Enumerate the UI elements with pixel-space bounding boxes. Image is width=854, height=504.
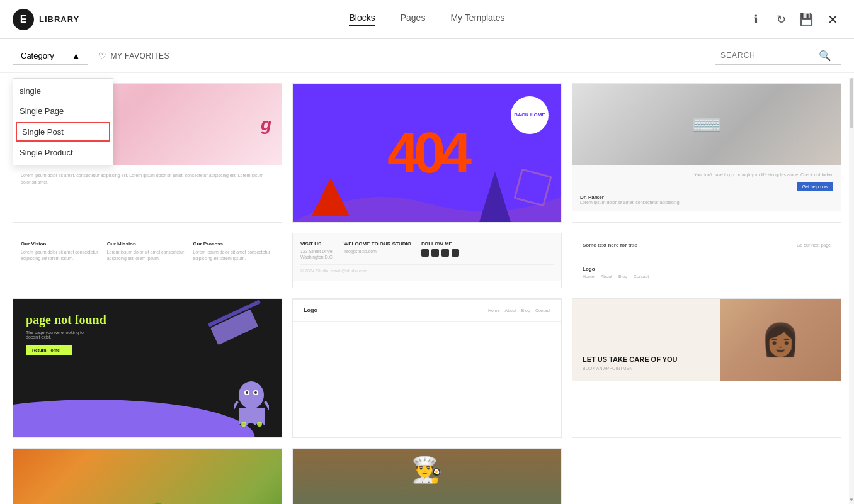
card-404-bg: 404 BACK HOME [293,84,561,222]
template-grid: g Lorem ipsum dolor sit amet, consectetu… [13,83,841,504]
dropdown-item-single-post[interactable]: Single Post [16,122,110,142]
save-icon[interactable]: 💾 [799,12,814,27]
info-icon[interactable]: ℹ [748,12,763,27]
template-card-4[interactable]: Our Vision Lorem ipsum dolor sit amet co… [13,233,282,288]
tab-pages[interactable]: Pages [401,13,426,26]
grid-container: g Lorem ipsum dolor sit amet, consectetu… [0,73,854,504]
template-card-2[interactable]: 404 BACK HOME [292,83,562,223]
toolbar: Category ▲ ♡ MY FAVORITES 🔍 [0,39,854,73]
three-column-layout: Our Vision Lorem ipsum dolor sit amet co… [13,233,282,269]
beauty-subtext: BOOK AN APPOINTMENT [583,366,710,371]
template-card-5[interactable]: VISIT US 123 Street Drive Washington D.C… [292,233,562,288]
dropdown-item-single-product[interactable]: Single Product [13,143,113,162]
search-area[interactable]: 🔍 [715,47,841,65]
nav-links: Home About Blog Contact [488,308,550,313]
svg-point-4 [254,391,257,394]
logo-area: E LIBRARY [13,9,139,30]
header: E LIBRARY Blocks Pages My Templates ℹ ↻ … [0,0,854,39]
svg-point-0 [239,381,264,409]
logo-text: LIBRARY [39,14,79,24]
chevron-down-icon: ▲ [72,51,80,60]
scroll-thumb[interactable] [850,78,853,128]
svg-line-6 [234,401,237,412]
dark-404-card: page not found The page you were looking… [13,299,282,437]
back-home-badge: BACK HOME [511,96,549,134]
category-label: Category [21,51,54,60]
svg-point-9 [257,422,262,427]
svg-point-8 [241,422,246,427]
beauty-heading: LET US TAKE CARE OF YOU [583,355,710,364]
nav-logo: Logo [304,307,317,313]
template-card-6[interactable]: Some text here for title Go our next pag… [572,233,841,288]
navbar-template: Logo Home About Blog Contact [293,299,561,322]
search-input[interactable] [720,51,815,60]
svg-point-3 [246,391,248,394]
template-card-10[interactable]: 🥕 👨 [13,448,282,504]
404-text: 404 [387,121,467,186]
scrollbar[interactable]: ▲ ▼ [849,78,854,504]
category-dropdown: Single Page Single Post Single Product [13,78,113,165]
favorites-button[interactable]: ♡ MY FAVORITES [98,51,169,61]
close-button[interactable]: ✕ [824,11,841,28]
template-card-8[interactable]: Logo Home About Blog Contact [292,298,562,438]
header-actions: ℹ ↻ 💾 ✕ [715,11,841,28]
dropdown-search-input[interactable] [13,81,113,101]
card-photo-area: ⌨️ [572,84,841,165]
return-home-button[interactable]: Return Home → [26,345,72,355]
template-card-3[interactable]: ⌨️ You don't have to go through your lif… [572,83,841,223]
tab-my-templates[interactable]: My Templates [450,13,504,26]
svg-line-7 [265,401,269,412]
sync-icon[interactable]: ↻ [773,12,789,27]
search-icon[interactable]: 🔍 [819,50,831,62]
template-card-11[interactable]: 👨‍🍳 Felix Smith Delivery of healthy food [292,448,562,504]
tabs-nav: Blocks Pages My Templates [139,13,715,26]
logo-icon: E [13,9,34,30]
template-card-9[interactable]: LET US TAKE CARE OF YOU BOOK AN APPOINTM… [572,298,841,438]
template-card-7[interactable]: page not found The page you were looking… [13,298,282,438]
footer-template: VISIT US 123 Street Drive Washington D.C… [293,233,561,281]
content-area: Category ▲ ♡ MY FAVORITES 🔍 Single Page … [0,39,854,504]
heart-icon: ♡ [98,51,107,61]
category-select[interactable]: Category ▲ [13,47,88,65]
tab-blocks[interactable]: Blocks [349,13,375,26]
page-not-found-heading: page not found [26,311,106,328]
scroll-down-arrow[interactable]: ▼ [849,495,854,504]
dropdown-item-single-page[interactable]: Single Page [13,101,113,121]
favorites-label: MY FAVORITES [111,52,170,60]
category-button[interactable]: Category ▲ [13,47,88,65]
